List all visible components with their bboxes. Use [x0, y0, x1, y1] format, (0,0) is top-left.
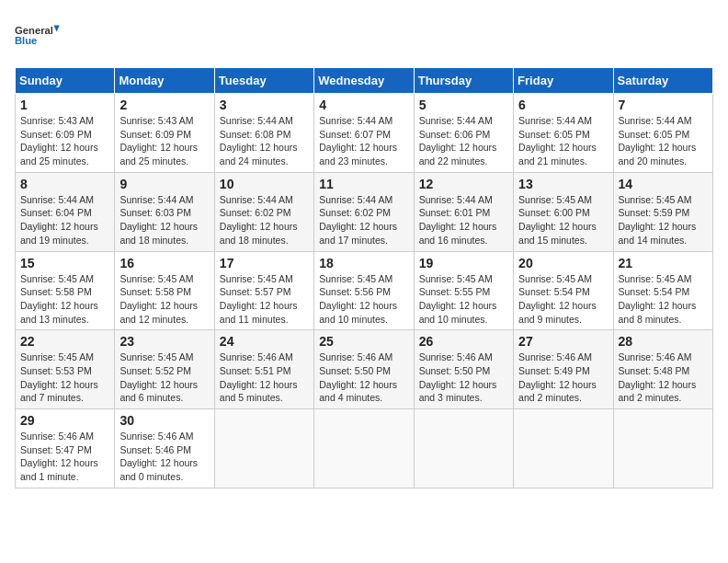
day-number: 10	[220, 177, 309, 191]
day-number: 20	[518, 256, 608, 270]
day-number: 24	[220, 334, 309, 349]
calendar-cell: 14Sunrise: 5:45 AMSunset: 5:59 PMDayligh…	[613, 172, 712, 251]
day-number: 19	[419, 256, 508, 270]
calendar-cell: 6Sunrise: 5:44 AMSunset: 6:05 PMDaylight…	[514, 94, 613, 173]
day-number: 3	[220, 98, 309, 112]
calendar-cell: 26Sunrise: 5:46 AMSunset: 5:50 PMDayligh…	[414, 330, 513, 409]
logo: General Blue	[15, 15, 61, 56]
calendar-cell: 22Sunrise: 5:45 AMSunset: 5:53 PMDayligh…	[16, 330, 115, 409]
cell-info: Sunrise: 5:45 AMSunset: 5:56 PMDaylight:…	[319, 272, 408, 327]
cell-info: Sunrise: 5:46 AMSunset: 5:49 PMDaylight:…	[518, 350, 608, 405]
calendar-cell	[214, 409, 313, 488]
cell-info: Sunrise: 5:45 AMSunset: 6:00 PMDaylight:…	[518, 193, 608, 247]
calendar-week-5: 29Sunrise: 5:46 AMSunset: 5:47 PMDayligh…	[16, 409, 713, 488]
cell-info: Sunrise: 5:45 AMSunset: 5:59 PMDaylight:…	[619, 193, 708, 247]
weekday-header-tuesday: Tuesday	[214, 68, 313, 94]
weekday-header-saturday: Saturday	[613, 68, 712, 94]
calendar-cell	[613, 409, 712, 488]
cell-info: Sunrise: 5:46 AMSunset: 5:50 PMDaylight:…	[419, 350, 508, 405]
day-number: 23	[119, 334, 209, 349]
cell-info: Sunrise: 5:44 AMSunset: 6:03 PMDaylight:…	[119, 193, 209, 247]
calendar-cell: 29Sunrise: 5:46 AMSunset: 5:47 PMDayligh…	[16, 409, 115, 488]
calendar-cell: 24Sunrise: 5:46 AMSunset: 5:51 PMDayligh…	[214, 330, 313, 409]
day-number: 25	[319, 334, 408, 349]
calendar-cell: 9Sunrise: 5:44 AMSunset: 6:03 PMDaylight…	[115, 172, 214, 251]
day-number: 2	[119, 98, 209, 112]
weekday-header-wednesday: Wednesday	[314, 68, 414, 94]
cell-info: Sunrise: 5:46 AMSunset: 5:47 PMDaylight:…	[20, 430, 109, 484]
cell-info: Sunrise: 5:46 AMSunset: 5:46 PMDaylight:…	[119, 430, 209, 484]
calendar-cell: 27Sunrise: 5:46 AMSunset: 5:49 PMDayligh…	[514, 330, 613, 409]
day-number: 18	[319, 256, 408, 270]
weekday-header-monday: Monday	[115, 68, 214, 94]
cell-info: Sunrise: 5:45 AMSunset: 5:58 PMDaylight:…	[119, 272, 209, 327]
cell-info: Sunrise: 5:44 AMSunset: 6:07 PMDaylight:…	[319, 114, 408, 168]
calendar-cell: 8Sunrise: 5:44 AMSunset: 6:04 PMDaylight…	[16, 172, 115, 251]
day-number: 15	[20, 256, 109, 270]
calendar-cell: 18Sunrise: 5:45 AMSunset: 5:56 PMDayligh…	[314, 251, 414, 330]
day-number: 9	[119, 177, 209, 191]
cell-info: Sunrise: 5:44 AMSunset: 6:02 PMDaylight:…	[220, 193, 309, 247]
calendar-cell: 15Sunrise: 5:45 AMSunset: 5:58 PMDayligh…	[16, 251, 115, 330]
calendar-cell	[414, 409, 513, 488]
calendar-cell: 17Sunrise: 5:45 AMSunset: 5:57 PMDayligh…	[214, 251, 313, 330]
day-number: 7	[619, 98, 708, 112]
day-number: 4	[319, 98, 408, 112]
day-number: 11	[319, 177, 408, 191]
calendar-cell	[514, 409, 613, 488]
day-number: 30	[119, 413, 209, 428]
cell-info: Sunrise: 5:45 AMSunset: 5:57 PMDaylight:…	[220, 272, 309, 327]
day-number: 27	[518, 334, 608, 349]
cell-info: Sunrise: 5:44 AMSunset: 6:04 PMDaylight:…	[20, 193, 109, 247]
calendar-week-3: 15Sunrise: 5:45 AMSunset: 5:58 PMDayligh…	[16, 251, 713, 330]
calendar-cell: 13Sunrise: 5:45 AMSunset: 6:00 PMDayligh…	[514, 172, 613, 251]
cell-info: Sunrise: 5:45 AMSunset: 5:53 PMDaylight:…	[20, 350, 109, 405]
cell-info: Sunrise: 5:46 AMSunset: 5:50 PMDaylight:…	[319, 350, 408, 405]
day-number: 13	[518, 177, 608, 191]
cell-info: Sunrise: 5:44 AMSunset: 6:06 PMDaylight:…	[419, 114, 508, 168]
calendar-cell: 2Sunrise: 5:43 AMSunset: 6:09 PMDaylight…	[115, 94, 214, 173]
day-number: 5	[419, 98, 508, 112]
day-number: 6	[518, 98, 608, 112]
cell-info: Sunrise: 5:44 AMSunset: 6:05 PMDaylight:…	[619, 114, 708, 168]
cell-info: Sunrise: 5:45 AMSunset: 5:54 PMDaylight:…	[619, 272, 708, 327]
day-number: 12	[419, 177, 508, 191]
calendar-cell: 5Sunrise: 5:44 AMSunset: 6:06 PMDaylight…	[414, 94, 513, 173]
svg-text:General: General	[15, 25, 53, 36]
calendar-cell: 25Sunrise: 5:46 AMSunset: 5:50 PMDayligh…	[314, 330, 414, 409]
calendar-cell: 30Sunrise: 5:46 AMSunset: 5:46 PMDayligh…	[115, 409, 214, 488]
cell-info: Sunrise: 5:45 AMSunset: 5:52 PMDaylight:…	[119, 350, 209, 405]
day-number: 16	[119, 256, 209, 270]
day-number: 14	[619, 177, 708, 191]
calendar-table: SundayMondayTuesdayWednesdayThursdayFrid…	[15, 67, 713, 488]
calendar-cell: 11Sunrise: 5:44 AMSunset: 6:02 PMDayligh…	[314, 172, 414, 251]
calendar-week-2: 8Sunrise: 5:44 AMSunset: 6:04 PMDaylight…	[16, 172, 713, 251]
weekday-header-sunday: Sunday	[16, 68, 115, 94]
calendar-cell: 16Sunrise: 5:45 AMSunset: 5:58 PMDayligh…	[115, 251, 214, 330]
day-number: 26	[419, 334, 508, 349]
calendar-cell: 20Sunrise: 5:45 AMSunset: 5:54 PMDayligh…	[514, 251, 613, 330]
cell-info: Sunrise: 5:46 AMSunset: 5:48 PMDaylight:…	[619, 350, 708, 405]
calendar-cell: 23Sunrise: 5:45 AMSunset: 5:52 PMDayligh…	[115, 330, 214, 409]
cell-info: Sunrise: 5:45 AMSunset: 5:55 PMDaylight:…	[419, 272, 508, 327]
calendar-cell: 19Sunrise: 5:45 AMSunset: 5:55 PMDayligh…	[414, 251, 513, 330]
calendar-cell: 12Sunrise: 5:44 AMSunset: 6:01 PMDayligh…	[414, 172, 513, 251]
weekday-header-thursday: Thursday	[414, 68, 513, 94]
day-number: 29	[20, 413, 109, 428]
day-number: 28	[619, 334, 708, 349]
cell-info: Sunrise: 5:46 AMSunset: 5:51 PMDaylight:…	[220, 350, 309, 405]
cell-info: Sunrise: 5:43 AMSunset: 6:09 PMDaylight:…	[20, 114, 109, 168]
calendar-week-4: 22Sunrise: 5:45 AMSunset: 5:53 PMDayligh…	[16, 330, 713, 409]
logo-svg: General Blue	[15, 15, 61, 56]
svg-text:Blue: Blue	[15, 35, 37, 46]
cell-info: Sunrise: 5:44 AMSunset: 6:05 PMDaylight:…	[518, 114, 608, 168]
day-number: 17	[220, 256, 309, 270]
cell-info: Sunrise: 5:45 AMSunset: 5:54 PMDaylight:…	[518, 272, 608, 327]
calendar-week-1: 1Sunrise: 5:43 AMSunset: 6:09 PMDaylight…	[16, 94, 713, 173]
calendar-cell: 3Sunrise: 5:44 AMSunset: 6:08 PMDaylight…	[214, 94, 313, 173]
calendar-cell: 4Sunrise: 5:44 AMSunset: 6:07 PMDaylight…	[314, 94, 414, 173]
page-header: General Blue	[15, 15, 713, 56]
cell-info: Sunrise: 5:44 AMSunset: 6:08 PMDaylight:…	[220, 114, 309, 168]
svg-marker-2	[54, 26, 60, 32]
day-number: 1	[20, 98, 109, 112]
